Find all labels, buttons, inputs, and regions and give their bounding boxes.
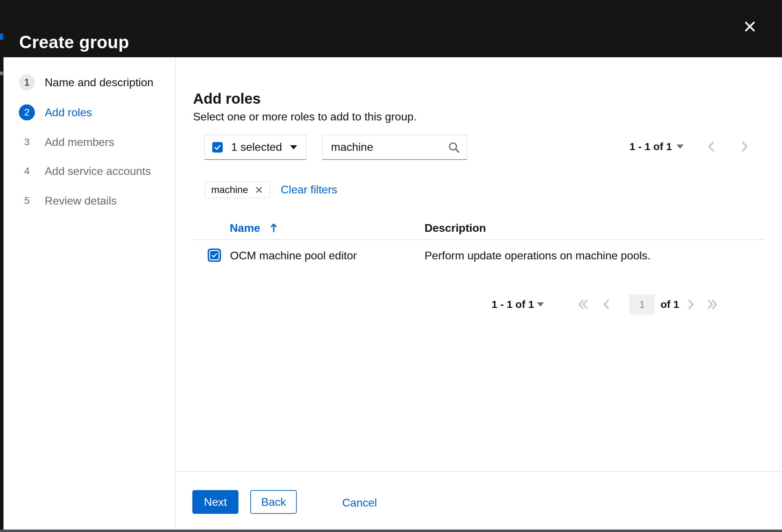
step-number-badge: 4 [19, 163, 35, 179]
page-title: Add roles [193, 90, 261, 108]
column-header-description: Description [425, 221, 486, 235]
pagination-menu-toggle-top[interactable] [677, 145, 684, 149]
step-label: Add members [45, 136, 114, 149]
step-number-badge: 2 [19, 104, 35, 120]
angle-left-icon [600, 297, 614, 311]
step-label: Review details [45, 194, 117, 207]
step-label: Add roles [45, 106, 92, 119]
page-subtitle: Select one or more roles to add to this … [193, 109, 416, 124]
create-group-modal: Create group 1 Name and description 2 Ad… [0, 0, 782, 532]
current-page-input[interactable] [629, 294, 655, 315]
first-page-button[interactable] [575, 297, 591, 312]
last-page-button[interactable] [704, 297, 720, 312]
filter-chip: machine [205, 182, 270, 198]
pagination-range-top: 1 - 1 of 1 [629, 140, 672, 153]
step-number-badge: 5 [19, 193, 35, 209]
pagination-menu-toggle-bottom[interactable] [537, 302, 544, 306]
row-checkbox[interactable] [208, 249, 221, 262]
wizard-divider [175, 57, 176, 530]
wizard-step-add-members[interactable]: 3 Add members [3, 134, 175, 150]
backdrop-bottom-strip [0, 530, 782, 532]
next-button[interactable]: Next [192, 490, 238, 514]
previous-page-button-top[interactable] [704, 139, 719, 154]
angle-right-icon [737, 140, 751, 154]
step-number-badge: 1 [19, 74, 35, 90]
close-icon [742, 19, 758, 35]
back-button[interactable]: Back [250, 490, 297, 514]
sort-ascending-icon[interactable] [270, 222, 278, 233]
step-label: Name and description [45, 76, 153, 89]
wizard-step-review-details[interactable]: 5 Review details [3, 192, 175, 209]
angle-left-icon [704, 140, 718, 154]
role-name-cell: OCM machine pool editor [230, 249, 357, 263]
bulk-select-label: 1 selected [231, 141, 282, 154]
modal-body: 1 Name and description 2 Add roles 3 Add… [3, 57, 782, 530]
step-label: Add service accounts [45, 165, 151, 178]
check-icon [210, 251, 219, 259]
previous-page-button[interactable] [599, 297, 614, 312]
table-header-divider [193, 239, 765, 240]
remove-filter-button[interactable] [254, 185, 264, 194]
search-input[interactable] [331, 141, 436, 154]
double-angle-right-icon [704, 297, 720, 311]
search-icon [447, 141, 460, 154]
step-number-badge: 3 [19, 134, 35, 150]
footer-divider [176, 471, 782, 472]
next-page-button-top[interactable] [737, 139, 752, 154]
close-icon [254, 185, 264, 194]
cancel-button[interactable]: Cancel [342, 496, 377, 510]
double-angle-left-icon [575, 297, 591, 311]
wizard-step-add-service-accounts[interactable]: 4 Add service accounts [3, 163, 175, 179]
filter-chip-label: machine [211, 184, 248, 195]
chevron-down-icon [290, 145, 297, 149]
wizard-step-add-roles[interactable]: 2 Add roles [3, 104, 175, 121]
next-page-button[interactable] [683, 297, 698, 312]
wizard-step-name-and-description[interactable]: 1 Name and description [3, 74, 175, 91]
role-description-cell: Perform update operations on machine poo… [425, 249, 651, 263]
column-header-name[interactable]: Name [230, 221, 260, 235]
check-icon [214, 143, 221, 151]
backdrop-fragment-blue [0, 34, 3, 40]
bulk-select-dropdown[interactable]: 1 selected [204, 135, 307, 160]
pagination-range-bottom: 1 - 1 of 1 [492, 298, 534, 311]
backdrop-fragment-gray [0, 72, 3, 75]
page-count-label: of 1 [661, 298, 679, 311]
modal-title: Create group [19, 32, 129, 53]
search-field [322, 135, 467, 160]
clear-filters-link[interactable]: Clear filters [281, 183, 337, 196]
bulk-select-checkbox[interactable] [212, 142, 223, 153]
angle-right-icon [684, 297, 698, 311]
close-button[interactable] [739, 15, 761, 38]
